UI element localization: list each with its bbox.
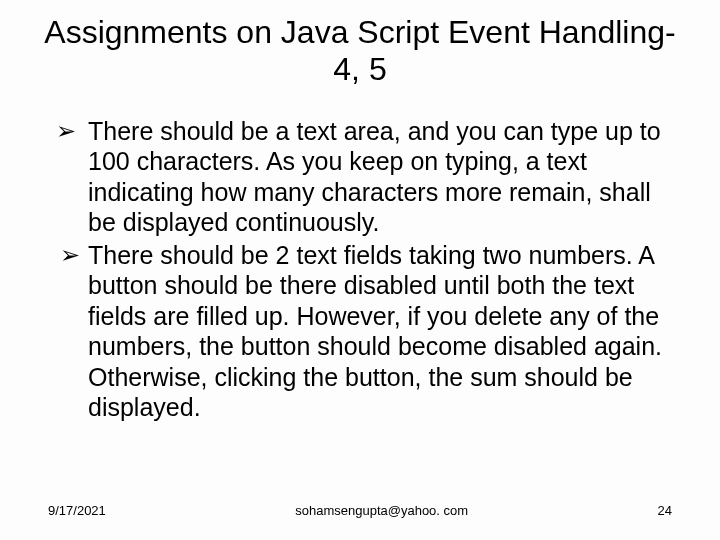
footer-email: sohamsengupta@yahoo. com: [106, 503, 658, 518]
bullet-arrow-icon: ➢: [56, 116, 76, 145]
bullet-arrow-icon: ➢: [60, 240, 80, 269]
slide: Assignments on Java Script Event Handlin…: [0, 0, 720, 540]
footer-page-number: 24: [658, 503, 680, 518]
bullet-list: ➢ There should be a text area, and you c…: [40, 116, 680, 423]
list-item: ➢ There should be a text area, and you c…: [60, 116, 674, 238]
list-item-text: There should be 2 text fields taking two…: [88, 241, 662, 422]
footer-date: 9/17/2021: [40, 503, 106, 518]
slide-footer: 9/17/2021 sohamsengupta@yahoo. com 24: [0, 503, 720, 518]
slide-title: Assignments on Java Script Event Handlin…: [40, 14, 680, 88]
list-item-text: There should be a text area, and you can…: [88, 117, 661, 237]
list-item: ➢ There should be 2 text fields taking t…: [60, 240, 674, 423]
